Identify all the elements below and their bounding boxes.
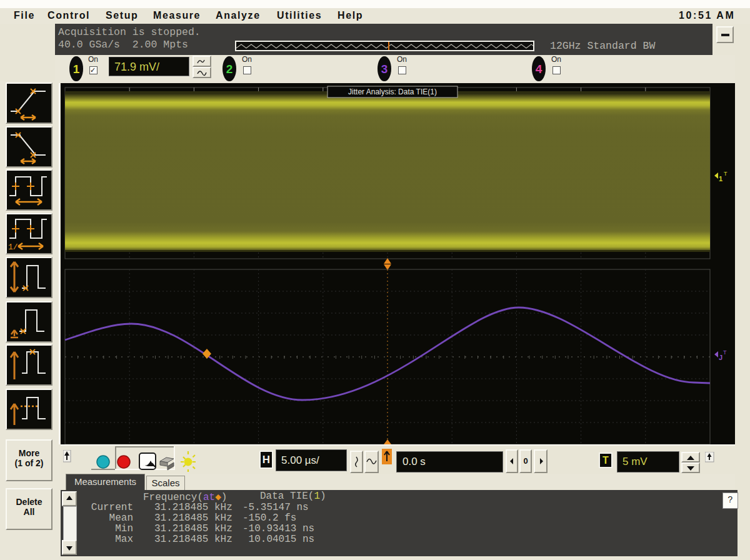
- svg-text:T: T: [724, 171, 728, 177]
- svg-text:1/: 1/: [8, 242, 18, 252]
- svg-text:4: 4: [536, 62, 542, 76]
- svg-text:3: 3: [381, 62, 388, 76]
- svg-text:T: T: [723, 349, 727, 356]
- svg-text:Jitter Analysis: Data TIE(1): Jitter Analysis: Data TIE(1): [348, 88, 437, 96]
- svg-text:1: 1: [73, 62, 80, 76]
- svg-text:1: 1: [719, 175, 722, 182]
- svg-text:J: J: [719, 354, 722, 361]
- svg-text:2: 2: [226, 62, 233, 76]
